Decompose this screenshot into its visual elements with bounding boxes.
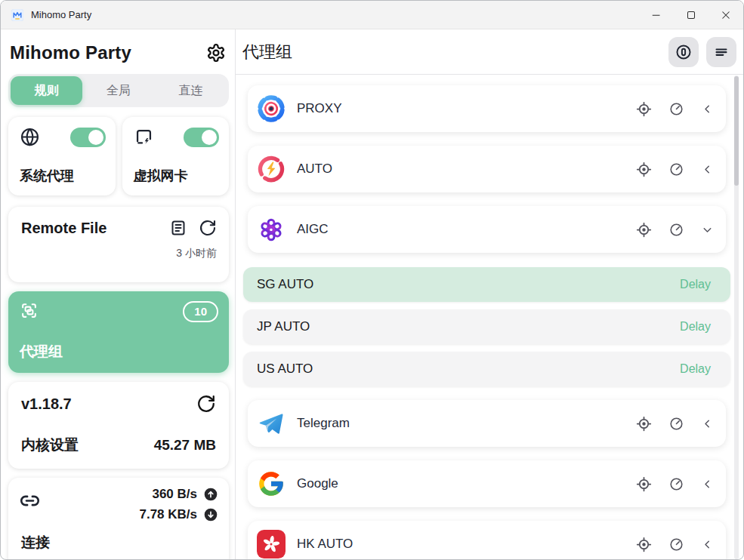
gear-icon [206, 43, 226, 63]
proxy-group-row[interactable]: Google [248, 460, 726, 507]
scrollbar[interactable] [734, 75, 739, 559]
tab-direct[interactable]: 直连 [155, 76, 227, 105]
tun-card[interactable]: 虚拟网卡 [122, 117, 230, 195]
proxy-item[interactable]: JP AUTO Delay [243, 309, 730, 344]
locate-icon[interactable] [636, 162, 652, 177]
chevron-left-icon[interactable] [701, 163, 714, 176]
minimize-button[interactable] [639, 1, 674, 29]
scrollbar-thumb[interactable] [734, 76, 739, 186]
app-title: Mihomo Party [10, 42, 131, 63]
proxy-group-row[interactable]: AUTO [248, 146, 726, 192]
close-button[interactable] [708, 1, 743, 29]
upload-arrow-icon [203, 487, 218, 502]
list-style-button[interactable] [706, 37, 736, 67]
settings-button[interactable] [205, 42, 227, 64]
chevron-down-icon[interactable] [701, 223, 714, 236]
app-body: Mihomo Party 规则 全局 直连 [1, 29, 743, 559]
gauge-icon[interactable] [669, 102, 684, 116]
window-title: Mihomo Party [31, 9, 91, 20]
proxy-item-selected[interactable]: SG AUTO Delay [243, 267, 730, 302]
globe-icon [20, 127, 40, 147]
tun-toggle[interactable] [184, 128, 219, 147]
app-window: Mihomo Party Mihomo Party [0, 0, 744, 560]
toggle-knob [202, 130, 217, 145]
chevron-left-icon[interactable] [701, 478, 714, 491]
delay-label[interactable]: Delay [680, 278, 711, 291]
connections-label: 连接 [21, 533, 218, 552]
bolt-ring-logo [257, 155, 286, 183]
tab-global[interactable]: 全局 [82, 76, 154, 105]
locate-icon[interactable] [636, 537, 652, 552]
sidebar-header: Mihomo Party [10, 42, 227, 64]
chevron-left-icon[interactable] [701, 417, 714, 430]
delay-label[interactable]: Delay [680, 362, 711, 376]
gauge-icon[interactable] [669, 417, 684, 431]
group-name: Google [297, 476, 636, 491]
locate-icon[interactable] [636, 416, 652, 432]
group-name: PROXY [297, 101, 636, 116]
core-memory-usage: 45.27 MB [154, 437, 216, 454]
main-panel: 代理组 [236, 29, 743, 559]
group-scan-icon [20, 301, 39, 320]
proxy-name: JP AUTO [257, 319, 680, 334]
sidebar-item-proxy-groups[interactable]: 10 代理组 [8, 291, 229, 373]
group-name: AUTO [297, 162, 636, 177]
core-settings-card[interactable]: v1.18.7 内核设置 45.27 MB [8, 382, 229, 469]
aigc-proxy-list: SG AUTO Delay JP AUTO Delay US AUTO Dela… [236, 267, 743, 386]
maximize-button[interactable] [674, 1, 708, 29]
system-proxy-toggle[interactable] [70, 128, 106, 147]
gauge-icon[interactable] [669, 162, 684, 177]
locate-icon[interactable] [636, 101, 652, 117]
proxy-group-row[interactable]: Telegram [248, 400, 726, 447]
tun-label: 虚拟网卡 [134, 167, 220, 185]
proxy-group-count-badge: 10 [183, 301, 218, 322]
google-logo [257, 469, 286, 498]
core-version: v1.18.7 [21, 395, 72, 413]
maximize-icon [684, 8, 698, 22]
close-icon [719, 8, 733, 22]
locate-icon[interactable] [636, 222, 652, 238]
outbound-mode-tabs: 规则 全局 直连 [8, 74, 229, 107]
group-name: AIGC [297, 222, 636, 237]
gauge-icon[interactable] [669, 223, 684, 237]
page-title: 代理组 [242, 41, 661, 63]
tab-rule[interactable]: 规则 [11, 76, 82, 105]
proxy-name: US AUTO [257, 362, 680, 377]
sidebar: Mihomo Party 规则 全局 直连 [1, 29, 236, 559]
delay-label[interactable]: Delay [680, 320, 711, 334]
profile-card[interactable]: Remote File 3 小时前 [8, 207, 229, 282]
chevron-left-icon[interactable] [701, 538, 714, 551]
titlebar: Mihomo Party [1, 1, 743, 29]
locate-icon[interactable] [636, 476, 652, 492]
hk-flag-logo [257, 530, 286, 558]
gauge-icon[interactable] [669, 537, 684, 552]
proxy-group-row[interactable]: PROXY [248, 85, 726, 132]
mihomo-logo-icon [11, 9, 23, 21]
telegram-logo [257, 409, 286, 438]
download-speed: 7.78 KB/s [139, 507, 197, 522]
tun-card-icon [134, 127, 154, 147]
proxy-ring-logo [257, 94, 286, 123]
toggle-cards-row: 系统代理 虚拟网卡 [8, 117, 229, 195]
chevron-left-icon[interactable] [701, 103, 714, 115]
upload-speed: 360 B/s [152, 487, 197, 502]
proxy-group-row-expanded[interactable]: AIGC [248, 206, 726, 253]
core-settings-label: 内核设置 [21, 435, 79, 455]
profile-name: Remote File [21, 220, 169, 237]
gauge-icon[interactable] [669, 477, 684, 491]
profile-updated-time: 3 小时前 [21, 247, 217, 260]
proxy-name: SG AUTO [257, 277, 680, 292]
proxy-group-row[interactable]: HK AUTO [248, 521, 726, 559]
file-list-icon[interactable] [169, 219, 187, 237]
zero-circle-icon [675, 44, 692, 60]
system-proxy-card[interactable]: 系统代理 [8, 117, 116, 195]
refresh-icon[interactable] [196, 394, 216, 414]
list-lines-icon [713, 44, 730, 60]
hide-zero-traffic-button[interactable] [668, 37, 699, 67]
group-name: HK AUTO [297, 537, 636, 552]
connections-card[interactable]: 360 B/s 7.78 KB/s [8, 478, 229, 559]
refresh-icon[interactable] [199, 219, 217, 237]
toggle-knob [88, 130, 103, 145]
minimize-icon [650, 8, 663, 22]
proxy-item[interactable]: US AUTO Delay [243, 352, 730, 386]
